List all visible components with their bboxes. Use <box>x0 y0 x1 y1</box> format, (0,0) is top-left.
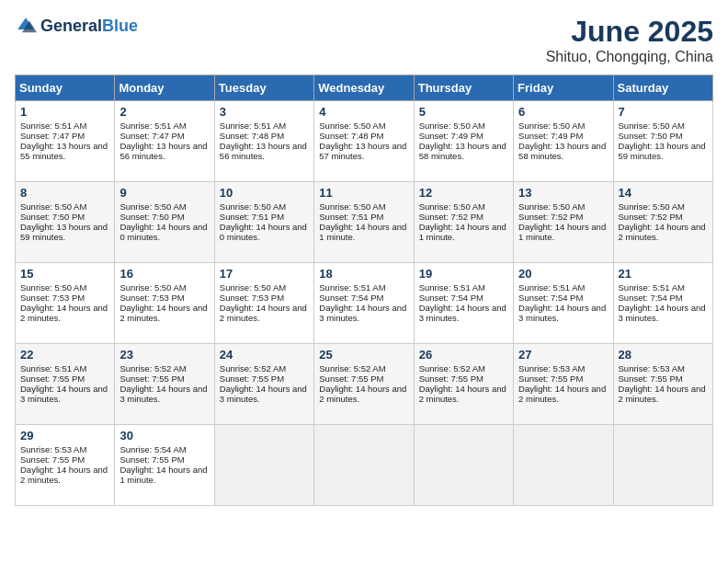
sunset-text: Sunset: 7:55 PM <box>220 373 284 384</box>
sunset-text: Sunset: 7:53 PM <box>220 293 284 303</box>
sunrise-text: Sunrise: 5:51 AM <box>319 282 385 293</box>
location-title: Shituo, Chongqing, China <box>546 49 713 65</box>
calendar-cell: 29Sunrise: 5:53 AMSunset: 7:55 PMDayligh… <box>16 425 115 506</box>
weekday-header-cell: Wednesday <box>314 75 414 101</box>
sunset-text: Sunset: 7:50 PM <box>20 212 85 222</box>
sunrise-text: Sunrise: 5:51 AM <box>20 363 86 373</box>
day-number: 17 <box>220 267 309 281</box>
sunrise-text: Sunrise: 5:50 AM <box>518 121 585 131</box>
title-area: June 2025 Shituo, Chongqing, China <box>546 15 713 65</box>
daylight-text: Daylight: 14 hours and 3 minutes. <box>220 384 307 404</box>
day-number: 1 <box>20 105 109 119</box>
sunset-text: Sunset: 7:53 PM <box>119 293 184 303</box>
daylight-text: Daylight: 13 hours and 59 minutes. <box>20 222 108 242</box>
calendar-cell: 18Sunrise: 5:51 AMSunset: 7:54 PMDayligh… <box>314 263 414 344</box>
sunrise-text: Sunrise: 5:51 AM <box>518 282 585 293</box>
calendar-week-row: 1Sunrise: 5:51 AMSunset: 7:47 PMDaylight… <box>16 101 713 182</box>
day-number: 13 <box>518 186 608 200</box>
sunrise-text: Sunrise: 5:52 AM <box>319 363 385 373</box>
calendar-week-row: 15Sunrise: 5:50 AMSunset: 7:53 PMDayligh… <box>16 263 713 344</box>
sunrise-text: Sunrise: 5:50 AM <box>119 201 186 212</box>
calendar-cell: 17Sunrise: 5:50 AMSunset: 7:53 PMDayligh… <box>214 263 313 344</box>
day-number: 19 <box>419 267 508 281</box>
daylight-text: Daylight: 14 hours and 2 minutes. <box>419 384 506 404</box>
logo-icon <box>15 15 37 37</box>
day-number: 24 <box>220 348 309 362</box>
sunrise-text: Sunrise: 5:50 AM <box>319 121 385 131</box>
sunset-text: Sunset: 7:55 PM <box>619 373 683 384</box>
sunrise-text: Sunrise: 5:50 AM <box>220 282 286 293</box>
day-number: 11 <box>319 186 408 200</box>
sunrise-text: Sunrise: 5:53 AM <box>20 444 86 454</box>
day-number: 15 <box>20 267 109 281</box>
daylight-text: Daylight: 13 hours and 55 minutes. <box>20 141 108 161</box>
sunrise-text: Sunrise: 5:51 AM <box>20 121 86 131</box>
daylight-text: Daylight: 14 hours and 3 minutes. <box>518 303 606 323</box>
calendar-week-row: 29Sunrise: 5:53 AMSunset: 7:55 PMDayligh… <box>16 425 713 506</box>
daylight-text: Daylight: 14 hours and 2 minutes. <box>619 222 706 242</box>
sunrise-text: Sunrise: 5:50 AM <box>119 282 186 293</box>
sunrise-text: Sunrise: 5:51 AM <box>220 121 286 131</box>
sunrise-text: Sunrise: 5:52 AM <box>419 363 485 373</box>
calendar-cell: 25Sunrise: 5:52 AMSunset: 7:55 PMDayligh… <box>314 344 414 425</box>
sunrise-text: Sunrise: 5:50 AM <box>419 201 485 212</box>
sunrise-text: Sunrise: 5:50 AM <box>518 201 585 212</box>
day-number: 21 <box>619 267 708 281</box>
calendar-cell: 1Sunrise: 5:51 AMSunset: 7:47 PMDaylight… <box>16 101 115 182</box>
sunset-text: Sunset: 7:55 PM <box>20 373 85 384</box>
daylight-text: Daylight: 14 hours and 2 minutes. <box>319 384 406 404</box>
calendar-cell: 15Sunrise: 5:50 AMSunset: 7:53 PMDayligh… <box>16 263 115 344</box>
sunset-text: Sunset: 7:48 PM <box>319 131 383 141</box>
day-number: 23 <box>119 348 209 362</box>
logo-general-text: General <box>40 17 102 35</box>
calendar-cell <box>414 425 513 506</box>
calendar-cell: 23Sunrise: 5:52 AMSunset: 7:55 PMDayligh… <box>115 344 214 425</box>
daylight-text: Daylight: 14 hours and 2 minutes. <box>518 384 606 404</box>
daylight-text: Daylight: 13 hours and 56 minutes. <box>220 141 307 161</box>
day-number: 18 <box>319 267 408 281</box>
sunset-text: Sunset: 7:54 PM <box>319 293 383 303</box>
sunset-text: Sunset: 7:55 PM <box>20 454 85 465</box>
weekday-header-cell: Tuesday <box>214 75 313 101</box>
calendar-week-row: 22Sunrise: 5:51 AMSunset: 7:55 PMDayligh… <box>16 344 713 425</box>
sunset-text: Sunset: 7:54 PM <box>619 293 683 303</box>
day-number: 20 <box>518 267 608 281</box>
sunset-text: Sunset: 7:55 PM <box>319 373 383 384</box>
daylight-text: Daylight: 14 hours and 1 minute. <box>419 222 506 242</box>
daylight-text: Daylight: 14 hours and 3 minutes. <box>20 384 108 404</box>
calendar-cell: 8Sunrise: 5:50 AMSunset: 7:50 PMDaylight… <box>16 182 115 263</box>
sunset-text: Sunset: 7:54 PM <box>518 293 583 303</box>
sunrise-text: Sunrise: 5:51 AM <box>419 282 485 293</box>
calendar-cell: 9Sunrise: 5:50 AMSunset: 7:50 PMDaylight… <box>115 182 214 263</box>
weekday-header-cell: Saturday <box>613 75 712 101</box>
day-number: 12 <box>419 186 508 200</box>
sunrise-text: Sunrise: 5:50 AM <box>20 201 86 212</box>
sunrise-text: Sunrise: 5:54 AM <box>119 444 186 454</box>
calendar-cell: 16Sunrise: 5:50 AMSunset: 7:53 PMDayligh… <box>115 263 214 344</box>
calendar-cell: 13Sunrise: 5:50 AMSunset: 7:52 PMDayligh… <box>514 182 613 263</box>
day-number: 7 <box>619 105 708 119</box>
day-number: 26 <box>419 348 508 362</box>
sunrise-text: Sunrise: 5:51 AM <box>119 121 186 131</box>
day-number: 10 <box>220 186 309 200</box>
calendar-cell: 24Sunrise: 5:52 AMSunset: 7:55 PMDayligh… <box>214 344 313 425</box>
daylight-text: Daylight: 14 hours and 3 minutes. <box>119 384 207 404</box>
sunrise-text: Sunrise: 5:50 AM <box>220 201 286 212</box>
day-number: 16 <box>119 267 209 281</box>
sunrise-text: Sunrise: 5:50 AM <box>319 201 385 212</box>
day-number: 5 <box>419 105 508 119</box>
sunset-text: Sunset: 7:48 PM <box>220 131 284 141</box>
weekday-header-cell: Friday <box>514 75 613 101</box>
day-number: 2 <box>119 105 209 119</box>
calendar-cell: 4Sunrise: 5:50 AMSunset: 7:48 PMDaylight… <box>314 101 414 182</box>
calendar-cell <box>314 425 414 506</box>
calendar-cell: 27Sunrise: 5:53 AMSunset: 7:55 PMDayligh… <box>514 344 613 425</box>
sunrise-text: Sunrise: 5:50 AM <box>20 282 86 293</box>
logo-blue-text: Blue <box>102 17 138 35</box>
calendar-cell: 30Sunrise: 5:54 AMSunset: 7:55 PMDayligh… <box>115 425 214 506</box>
daylight-text: Daylight: 14 hours and 2 minutes. <box>220 303 307 323</box>
daylight-text: Daylight: 14 hours and 1 minute. <box>319 222 406 242</box>
day-number: 14 <box>619 186 708 200</box>
daylight-text: Daylight: 13 hours and 58 minutes. <box>518 141 606 161</box>
calendar-cell: 21Sunrise: 5:51 AMSunset: 7:54 PMDayligh… <box>613 263 712 344</box>
